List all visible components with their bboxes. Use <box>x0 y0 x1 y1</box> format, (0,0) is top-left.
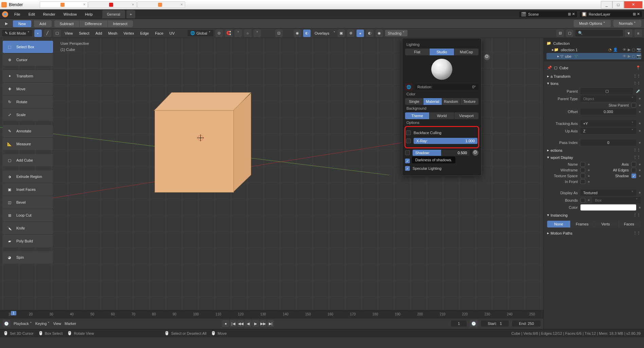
shadow-checkbox[interactable] <box>631 173 636 178</box>
pass-index-field[interactable]: 0 <box>580 140 636 146</box>
xray-slider[interactable]: X-Ray:1.000 <box>414 138 477 144</box>
xray-checkbox[interactable] <box>406 139 411 143</box>
preview-range-icon[interactable]: 🕐 <box>470 320 477 327</box>
lookdev-shading-icon[interactable]: ◐ <box>366 30 373 37</box>
tool-extrude[interactable]: ⬗Extrude Region <box>3 170 53 183</box>
eye-icon[interactable]: 👁 <box>623 48 626 52</box>
timeline-view-menu[interactable]: View <box>53 322 61 326</box>
instancing-frames[interactable]: Frames <box>571 221 594 227</box>
texspace-checkbox[interactable] <box>580 173 585 178</box>
rotation-slider[interactable]: Rotation:0° <box>415 84 478 90</box>
slow-parent-checkbox[interactable] <box>631 103 636 108</box>
bg-theme[interactable]: Theme <box>405 112 429 119</box>
world-icon[interactable]: 🌐 <box>405 83 413 91</box>
header-menu-uv[interactable]: UV <box>168 30 177 36</box>
gizmo-icon[interactable]: ⊡ <box>275 30 283 37</box>
tool-add-cube[interactable]: ▢Add Cube <box>3 154 53 166</box>
keying-menu[interactable]: Keying ˅ <box>35 322 50 326</box>
display-icon[interactable]: ▢ <box>566 30 573 37</box>
color-material[interactable]: Material <box>423 98 441 105</box>
render-icon[interactable]: ▢ <box>632 54 635 58</box>
search-field[interactable]: 🔍 <box>575 30 623 36</box>
browser-tab[interactable] <box>40 1 88 8</box>
jump-start-icon[interactable]: |◀ <box>230 320 237 327</box>
tracking-axis-dropdown[interactable]: +Y <box>580 120 636 127</box>
cursor-icon[interactable]: ▶ <box>628 54 630 58</box>
lighting-studio[interactable]: Studio <box>430 49 454 55</box>
relations-section[interactable]: ▾ tions⋮⋮ <box>547 80 641 87</box>
backface-checkbox[interactable] <box>406 130 411 135</box>
prev-key-icon[interactable]: ◀◀ <box>237 320 244 327</box>
workspace-add-button[interactable]: + <box>126 10 135 18</box>
close-button[interactable]: ✕ <box>624 1 643 8</box>
menu-icon[interactable]: ≡ <box>634 30 642 37</box>
tool-scale[interactable]: ⤢Scale <box>3 109 53 121</box>
shadow-gear-icon[interactable] <box>472 150 478 156</box>
workspace-tab-general[interactable]: General <box>102 10 125 18</box>
tool-measure[interactable]: 📐Measure <box>3 138 53 150</box>
solid-shading-icon[interactable]: ● <box>356 30 364 37</box>
vertex-select-mode-icon[interactable]: ▪ <box>34 30 42 37</box>
minimize-button[interactable]: _ <box>601 1 612 8</box>
next-key-icon[interactable]: ▶▶ <box>260 320 266 327</box>
tool-knife[interactable]: 🔪Knife <box>3 222 53 234</box>
browser-tab[interactable] <box>137 1 185 8</box>
object-color-field[interactable] <box>580 204 636 210</box>
transform-section[interactable]: ▸ a Transform⋮⋮ <box>547 73 641 80</box>
bg-viewport[interactable]: Viewport <box>454 112 478 119</box>
face-select-mode-icon[interactable]: ▢ <box>53 30 61 37</box>
gear-icon[interactable] <box>484 54 490 60</box>
start-frame-field[interactable]: Start: 1 <box>481 320 509 327</box>
header-menu-edge[interactable]: Edge <box>138 30 151 36</box>
tool-annotate[interactable]: ✎Annotate <box>3 125 53 137</box>
parent-field[interactable]: ▢ <box>580 88 633 94</box>
play-reverse-icon[interactable]: ◀ <box>245 320 251 327</box>
collections-section[interactable]: ▸ ections⋮⋮ <box>547 147 641 154</box>
shadow-checkbox[interactable] <box>405 150 410 155</box>
parent-type-dropdown[interactable]: Object <box>580 95 636 102</box>
playback-menu[interactable]: Playback ˅ <box>14 322 32 326</box>
jump-end-icon[interactable]: ▶| <box>267 320 274 327</box>
header-menu-add[interactable]: Add <box>93 30 104 36</box>
mesh-options-dropdown[interactable]: Mesh Options ˅ <box>574 20 611 27</box>
motion-paths-section[interactable]: ▸ Motion Paths⋮⋮ <box>547 230 641 237</box>
cavity-checkbox[interactable] <box>405 159 410 163</box>
display-as-dropdown[interactable]: Textured <box>580 189 636 196</box>
browser-tab[interactable] <box>88 1 136 8</box>
header-menu-select[interactable]: Select <box>77 30 91 36</box>
overlay-toggle-icon[interactable]: ◉ <box>294 30 301 37</box>
intersect-button[interactable]: Intersect <box>108 20 133 27</box>
timeline-editor-icon[interactable]: 🕐 <box>3 320 10 327</box>
instancing-none[interactable]: None <box>547 221 570 227</box>
proportional-type-icon[interactable]: ˅ <box>254 30 261 37</box>
tool-move[interactable]: ✚Move <box>3 83 53 95</box>
pin-toggle-icon[interactable]: 📍 <box>636 66 641 70</box>
tool-cursor[interactable]: ⊕Cursor <box>3 54 53 66</box>
eyedropper-icon[interactable]: 💉 <box>636 89 641 93</box>
current-frame-marker[interactable]: 1 <box>11 311 16 315</box>
bg-world[interactable]: World <box>430 112 454 119</box>
scene-selector[interactable]: 🎬 Scene ⊞ ✕ <box>519 11 577 17</box>
rendered-shading-icon[interactable]: ◉ <box>376 30 383 37</box>
end-frame-field[interactable]: End: 250 <box>512 320 541 327</box>
blender-logo-icon[interactable] <box>2 11 8 17</box>
eye-icon[interactable]: 👁 <box>623 54 626 58</box>
mode-selector[interactable]: ✎ Edit Mode ˅ <box>2 30 32 36</box>
orientation-selector[interactable]: 🌐 Global ˅ <box>188 30 213 36</box>
normals-dropdown[interactable]: Normals ˅ <box>613 20 641 27</box>
funnel-filter-icon[interactable]: ▼ <box>625 30 632 37</box>
specular-checkbox[interactable] <box>405 166 410 171</box>
difference-button[interactable]: Difference <box>80 20 107 27</box>
maximize-button[interactable]: □ <box>612 1 624 8</box>
offset-field[interactable]: 0.000 <box>580 109 636 115</box>
tool-loop-cut[interactable]: ⊞Loop Cut <box>3 209 53 221</box>
menu-render[interactable]: Render <box>41 11 57 18</box>
name-checkbox[interactable] <box>580 162 585 167</box>
cursor-icon[interactable]: ▶ <box>628 48 630 52</box>
header-menu-view[interactable]: View <box>63 30 75 36</box>
tool-bevel[interactable]: ◫Bevel <box>3 196 53 208</box>
tool-spin[interactable]: ◕Spin <box>3 251 53 263</box>
overlays-dropdown[interactable]: Overlays <box>313 30 331 36</box>
header-menu-vertex[interactable]: Vertex <box>121 30 136 36</box>
pivot-icon[interactable]: ⊙ <box>215 30 223 37</box>
